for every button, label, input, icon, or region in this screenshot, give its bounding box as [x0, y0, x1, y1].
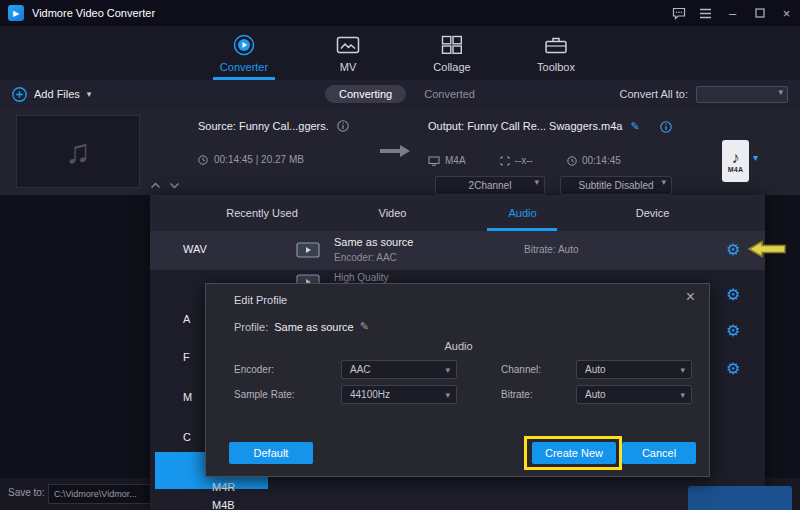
encoder-label: Encoder:	[234, 360, 274, 379]
bitrate-select[interactable]: Auto ▾	[576, 385, 692, 404]
output-resolution-text: --x--	[515, 155, 533, 166]
converter-icon	[233, 34, 255, 56]
format-name-bottom[interactable]: M4B	[212, 499, 235, 510]
tab-converter[interactable]: Converter	[211, 26, 277, 80]
window-title: Vidmore Video Converter	[32, 7, 155, 19]
tab-collage[interactable]: Collage	[419, 26, 485, 80]
profile-settings-gear-icon[interactable]: ⚙	[726, 242, 740, 258]
output-duration-meta: 00:14:45	[567, 155, 621, 166]
tab-converted[interactable]: Converted	[424, 88, 475, 100]
subtitle-caret-icon: ▾	[661, 177, 666, 187]
channel-caret-icon: ▾	[534, 177, 539, 187]
toolbox-briefcase-icon	[544, 34, 568, 56]
tab-toolbox[interactable]: Toolbox	[523, 26, 589, 80]
chevron-down-icon[interactable]	[169, 182, 180, 189]
profile-title: Same as source	[334, 236, 413, 248]
output-meta-row: M4A --x-- 00:14:45	[428, 155, 621, 166]
rename-pencil-icon[interactable]: ✎	[630, 121, 639, 132]
output-format-meta: M4A	[428, 155, 466, 166]
annotation-arrow-icon	[747, 240, 787, 258]
edit-profile-pencil-icon[interactable]: ✎	[360, 320, 369, 333]
profile-label: Profile:	[234, 321, 268, 333]
output-duration-text: 00:14:45	[582, 155, 621, 166]
main-nav: Converter MV Collage Toolbox	[0, 26, 800, 80]
collage-grid-icon	[441, 34, 463, 56]
format-name: WAV	[183, 243, 207, 255]
close-button[interactable]: ×	[773, 0, 800, 26]
convert-all-to-label: Convert All to:	[620, 88, 688, 100]
target-format-button[interactable]: ♪ M4A	[722, 140, 749, 182]
menu-icon[interactable]	[692, 0, 719, 26]
output-info-icon[interactable]	[660, 121, 672, 133]
tab-collage-label: Collage	[433, 61, 470, 73]
source-filename: Source: Funny Cal...ggers.	[198, 120, 329, 132]
bitrate-label: Bitrate:	[501, 385, 533, 404]
profile-name-line: Profile: Same as source ✎	[234, 320, 369, 333]
default-button[interactable]: Default	[229, 442, 313, 464]
channel-label: Channel:	[501, 360, 541, 379]
tab-mv-label: MV	[340, 61, 357, 73]
profile-row-wav[interactable]: WAV Same as source Encoder: AAC Bitrate:…	[150, 231, 765, 270]
annotation-highlight-rect	[524, 436, 622, 470]
file-thumbnail: ♫	[16, 115, 140, 188]
window-controls: – ×	[665, 0, 800, 26]
reorder-controls	[150, 182, 180, 189]
source-info-icon[interactable]	[337, 120, 349, 132]
channel-dropdown-value: 2Channel	[469, 180, 512, 191]
convert-all-to-dropdown[interactable]: ▾	[696, 86, 788, 103]
panel-tab-video[interactable]: Video	[355, 195, 430, 231]
sample-rate-select[interactable]: 44100Hz ▾	[341, 385, 457, 404]
add-files-caret-icon: ▾	[87, 89, 92, 99]
feedback-icon[interactable]	[665, 0, 692, 26]
source-line: Source: Funny Cal...ggers.	[198, 120, 349, 132]
mv-image-icon	[336, 34, 360, 56]
tab-mv[interactable]: MV	[315, 26, 381, 80]
tab-converter-label: Converter	[220, 61, 268, 73]
format-name-partial: M	[183, 391, 192, 403]
titlebar: ▶ Vidmore Video Converter – ×	[0, 0, 800, 26]
tab-converting[interactable]: Converting	[325, 85, 406, 103]
convert-all-to-caret-icon: ▾	[778, 87, 783, 97]
subtitle-dropdown-value: Subtitle Disabled	[578, 180, 653, 191]
toolbar: Add Files ▾ Converting Converted Convert…	[0, 80, 800, 108]
profile-value: Same as source	[274, 321, 353, 333]
output-resolution-meta: --x--	[500, 155, 533, 166]
profile-settings-gear-icon[interactable]: ⚙	[726, 361, 740, 377]
convert-arrow-icon	[378, 142, 412, 160]
app-window: ▶ Vidmore Video Converter – × Converter …	[0, 0, 800, 510]
chevron-up-icon[interactable]	[150, 182, 161, 189]
minimize-button[interactable]: –	[719, 0, 746, 26]
output-format-text: M4A	[445, 155, 466, 166]
panel-tab-audio[interactable]: Audio	[485, 195, 560, 231]
channel-dropdown[interactable]: 2Channel ▾	[435, 176, 545, 195]
profile-settings-gear-icon[interactable]: ⚙	[726, 323, 740, 339]
channel-caret-icon: ▾	[680, 362, 685, 379]
convert-all-to-group: Convert All to: ▾	[620, 86, 788, 103]
panel-tab-device[interactable]: Device	[615, 195, 690, 231]
format-name-partial: C	[183, 431, 191, 443]
convert-all-button[interactable]	[688, 486, 792, 510]
profile-title-partial: High Quality	[334, 272, 388, 283]
profile-tv-icon	[296, 240, 320, 260]
output-line: Output: Funny Call Re... Swaggers.m4a ✎	[428, 120, 640, 132]
target-format-caret-icon[interactable]: ▾	[753, 152, 758, 163]
maximize-button[interactable]	[746, 0, 773, 26]
format-name-bottom[interactable]: M4R	[212, 481, 235, 493]
cancel-button[interactable]: Cancel	[622, 442, 696, 464]
dialog-close-icon[interactable]: ×	[686, 288, 695, 306]
channel-select[interactable]: Auto ▾	[576, 360, 692, 379]
format-name-partial: F	[183, 351, 190, 363]
target-format-note-icon: ♪	[732, 150, 740, 166]
encoder-select[interactable]: AAC ▾	[341, 360, 457, 379]
file-item-row: ♫ Source: Funny Cal...ggers. 00:14:45 | …	[0, 108, 800, 195]
profile-settings-gear-icon[interactable]: ⚙	[726, 287, 740, 303]
dialog-section-title: Audio	[206, 340, 711, 352]
save-path-input[interactable]: C:\Vidmore\Vidmor...	[48, 484, 166, 504]
music-note-icon: ♫	[65, 132, 91, 171]
convert-status-tabs: Converting Converted	[325, 85, 475, 103]
add-files-button[interactable]: Add Files ▾	[12, 87, 91, 102]
profile-bitrate: Bitrate: Auto	[524, 244, 578, 255]
subtitle-dropdown[interactable]: Subtitle Disabled ▾	[560, 176, 672, 195]
add-files-label: Add Files	[34, 88, 80, 100]
panel-tab-recently-used[interactable]: Recently Used	[212, 195, 312, 231]
